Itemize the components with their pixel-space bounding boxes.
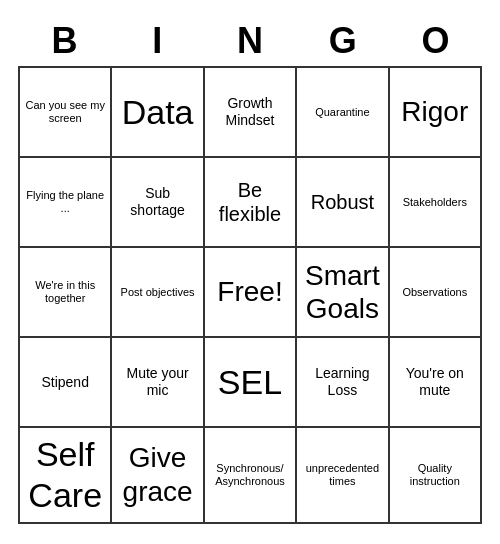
bingo-cell-20: Self Care bbox=[20, 428, 112, 524]
cell-text-15: Stipend bbox=[41, 374, 88, 391]
bingo-cell-3: Quarantine bbox=[297, 68, 389, 158]
cell-text-3: Quarantine bbox=[315, 106, 369, 119]
bingo-cell-16: Mute your mic bbox=[112, 338, 204, 428]
bingo-cell-11: Post objectives bbox=[112, 248, 204, 338]
bingo-cell-23: unprecedented times bbox=[297, 428, 389, 524]
cell-text-14: Observations bbox=[402, 286, 467, 299]
cell-text-24: Quality instruction bbox=[394, 462, 476, 488]
bingo-cell-24: Quality instruction bbox=[390, 428, 482, 524]
bingo-cell-18: Learning Loss bbox=[297, 338, 389, 428]
cell-text-16: Mute your mic bbox=[116, 365, 198, 399]
cell-text-7: Be flexible bbox=[209, 178, 291, 226]
bingo-cell-8: Robust bbox=[297, 158, 389, 248]
cell-text-1: Data bbox=[122, 92, 194, 133]
bingo-cell-7: Be flexible bbox=[205, 158, 297, 248]
cell-text-0: Can you see my screen bbox=[24, 99, 106, 125]
bingo-cell-0: Can you see my screen bbox=[20, 68, 112, 158]
cell-text-11: Post objectives bbox=[121, 286, 195, 299]
bingo-grid: Can you see my screenDataGrowth MindsetQ… bbox=[18, 66, 482, 524]
bingo-cell-9: Stakeholders bbox=[390, 158, 482, 248]
bingo-cell-12: Free! bbox=[205, 248, 297, 338]
bingo-cell-19: You're on mute bbox=[390, 338, 482, 428]
cell-text-23: unprecedented times bbox=[301, 462, 383, 488]
cell-text-6: Sub shortage bbox=[116, 185, 198, 219]
bingo-cell-17: SEL bbox=[205, 338, 297, 428]
bingo-cell-2: Growth Mindset bbox=[205, 68, 297, 158]
cell-text-12: Free! bbox=[217, 275, 282, 309]
bingo-cell-4: Rigor bbox=[390, 68, 482, 158]
title-i: I bbox=[112, 20, 202, 62]
title-o: O bbox=[391, 20, 481, 62]
cell-text-9: Stakeholders bbox=[403, 196, 467, 209]
cell-text-8: Robust bbox=[311, 190, 374, 214]
title-b: B bbox=[19, 20, 109, 62]
cell-text-2: Growth Mindset bbox=[209, 95, 291, 129]
cell-text-19: You're on mute bbox=[394, 365, 476, 399]
cell-text-13: Smart Goals bbox=[301, 259, 383, 326]
bingo-title: B I N G O bbox=[18, 20, 482, 62]
bingo-cell-21: Give grace bbox=[112, 428, 204, 524]
title-g: G bbox=[298, 20, 388, 62]
title-n: N bbox=[205, 20, 295, 62]
cell-text-17: SEL bbox=[218, 362, 282, 403]
cell-text-20: Self Care bbox=[24, 434, 106, 516]
bingo-cell-13: Smart Goals bbox=[297, 248, 389, 338]
bingo-cell-14: Observations bbox=[390, 248, 482, 338]
bingo-card: B I N G O Can you see my screenDataGrowt… bbox=[10, 12, 490, 532]
bingo-cell-1: Data bbox=[112, 68, 204, 158]
cell-text-21: Give grace bbox=[116, 441, 198, 508]
bingo-cell-5: Flying the plane ... bbox=[20, 158, 112, 248]
cell-text-10: We're in this together bbox=[24, 279, 106, 305]
cell-text-18: Learning Loss bbox=[301, 365, 383, 399]
cell-text-5: Flying the plane ... bbox=[24, 189, 106, 215]
bingo-cell-10: We're in this together bbox=[20, 248, 112, 338]
cell-text-22: Synchronous/ Asynchronous bbox=[209, 462, 291, 488]
bingo-cell-15: Stipend bbox=[20, 338, 112, 428]
cell-text-4: Rigor bbox=[401, 95, 468, 129]
bingo-cell-6: Sub shortage bbox=[112, 158, 204, 248]
bingo-cell-22: Synchronous/ Asynchronous bbox=[205, 428, 297, 524]
